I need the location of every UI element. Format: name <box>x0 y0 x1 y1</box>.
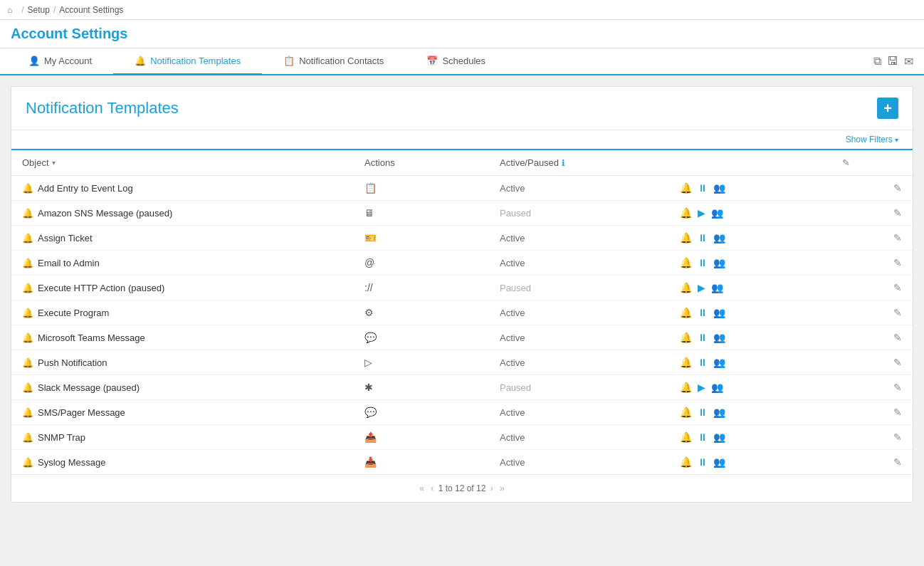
tab-my-account[interactable]: 👤 My Account <box>7 48 113 75</box>
edit-cell: ✎ <box>831 350 913 375</box>
notification-bell-icon[interactable]: 🔔 <box>680 332 692 343</box>
group-icon[interactable]: 👥 <box>713 431 725 443</box>
edit-icon[interactable]: ✎ <box>893 232 902 243</box>
edit-icon[interactable]: ✎ <box>893 456 902 468</box>
edit-icon[interactable]: ✎ <box>893 382 902 393</box>
pause-icon[interactable]: ⏸ <box>698 257 708 268</box>
object-name[interactable]: Email to Admin <box>38 258 100 268</box>
edit-icon[interactable]: ✎ <box>893 407 902 418</box>
pause-icon[interactable]: ⏸ <box>698 431 708 443</box>
play-icon[interactable]: ▶ <box>698 282 705 293</box>
pause-icon[interactable]: ⏸ <box>698 182 708 194</box>
group-icon[interactable]: 👥 <box>713 357 725 368</box>
group-icon[interactable]: 👥 <box>713 407 725 418</box>
add-button[interactable]: + <box>877 98 898 119</box>
group-icon[interactable]: 👥 <box>711 207 723 219</box>
object-name[interactable]: Execute Program <box>38 308 109 318</box>
pause-icon[interactable]: ⏸ <box>698 357 708 368</box>
prev-page-button[interactable]: ‹ <box>431 483 434 493</box>
pause-icon[interactable]: ⏸ <box>698 332 708 343</box>
notification-bell-icon[interactable]: 🔔 <box>680 307 692 318</box>
notification-bell-icon[interactable]: 🔔 <box>680 232 692 243</box>
object-name[interactable]: Amazon SNS Message (paused) <box>38 208 172 219</box>
th-edit[interactable]: ✎ <box>831 150 913 176</box>
top-breadcrumb-bar: ⌂ / Setup / Account Settings <box>0 0 924 20</box>
group-icon[interactable]: 👥 <box>713 232 725 243</box>
edit-icon[interactable]: ✎ <box>893 207 902 219</box>
notification-bell-icon[interactable]: 🔔 <box>680 182 692 194</box>
object-name[interactable]: Slack Message (paused) <box>38 382 140 393</box>
object-name[interactable]: Assign Ticket <box>38 233 93 243</box>
tab-notification-contacts[interactable]: 📋 Notification Contacts <box>262 48 405 75</box>
group-icon[interactable]: 👥 <box>713 257 725 268</box>
action-cell: ⚙ <box>354 300 489 325</box>
controls-cell: 🔔 ⏸ 👥 <box>669 251 831 276</box>
tab-schedules[interactable]: 📅 Schedules <box>405 48 507 75</box>
edit-icon[interactable]: ✎ <box>893 357 902 368</box>
edit-icon[interactable]: ✎ <box>893 182 902 194</box>
row-bell-icon: 🔔 <box>22 208 33 219</box>
status-badge: Active <box>500 357 525 368</box>
group-icon[interactable]: 👥 <box>713 332 725 343</box>
breadcrumb-separator-2: / <box>53 5 56 15</box>
notification-bell-icon[interactable]: 🔔 <box>680 282 692 293</box>
tab-notification-templates[interactable]: 🔔 Notification Templates <box>113 48 262 75</box>
notification-bell-icon[interactable]: 🔔 <box>680 257 692 268</box>
object-name[interactable]: Execute HTTP Action (paused) <box>38 283 164 293</box>
th-object[interactable]: Object ▾ <box>11 150 354 176</box>
notification-bell-icon[interactable]: 🔔 <box>680 382 692 393</box>
export-icon[interactable]: 🖫 <box>887 55 898 68</box>
group-icon[interactable]: 👥 <box>713 182 725 194</box>
breadcrumb-setup[interactable]: Setup <box>28 5 50 15</box>
pause-icon[interactable]: ⏸ <box>698 232 708 243</box>
notification-bell-icon[interactable]: 🔔 <box>680 431 692 443</box>
group-icon[interactable]: 👥 <box>713 456 725 468</box>
table-row: 🔔 SMS/Pager Message 💬 Active 🔔 ⏸ 👥 ✎ <box>11 400 913 425</box>
group-icon[interactable]: 👥 <box>711 282 723 293</box>
object-name[interactable]: SNMP Trap <box>38 432 85 443</box>
copy-icon[interactable]: ⧉ <box>873 55 881 68</box>
edit-icon[interactable]: ✎ <box>893 332 902 343</box>
object-name[interactable]: SMS/Pager Message <box>38 407 125 418</box>
object-name[interactable]: Syslog Message <box>38 457 105 468</box>
group-icon[interactable]: 👥 <box>711 382 723 393</box>
first-page-button[interactable]: « <box>419 483 424 493</box>
pause-icon[interactable]: ⏸ <box>698 407 708 418</box>
edit-icon[interactable]: ✎ <box>893 257 902 268</box>
edit-icon[interactable]: ✎ <box>893 431 902 443</box>
notification-bell-icon[interactable]: 🔔 <box>680 456 692 468</box>
pause-icon[interactable]: ⏸ <box>698 307 708 318</box>
last-page-button[interactable]: » <box>500 483 505 493</box>
status-badge: Active <box>500 308 525 318</box>
show-filters-bar[interactable]: Show Filters ▾ <box>11 130 913 150</box>
notification-bell-icon[interactable]: 🔔 <box>680 357 692 368</box>
action-cell: 📥 <box>354 450 489 475</box>
edit-all-icon[interactable]: ✎ <box>842 157 850 168</box>
home-icon[interactable]: ⌂ <box>7 5 12 15</box>
group-icon[interactable]: 👥 <box>713 307 725 318</box>
panel-header: Notification Templates + <box>11 87 913 130</box>
play-icon[interactable]: ▶ <box>698 207 705 219</box>
object-name[interactable]: Add Entry to Event Log <box>38 183 133 194</box>
play-icon[interactable]: ▶ <box>698 382 705 393</box>
pause-icon[interactable]: ⏸ <box>698 456 708 468</box>
edit-cell: ✎ <box>831 400 913 425</box>
email-icon[interactable]: ✉ <box>904 55 913 68</box>
action-cell: ▷ <box>354 350 489 375</box>
status-cell: Active <box>489 300 669 325</box>
action-type-icon: 📤 <box>364 431 377 443</box>
object-cell: 🔔 Slack Message (paused) <box>11 375 354 400</box>
next-page-button[interactable]: › <box>490 483 493 493</box>
show-filters-label: Show Filters <box>846 135 893 145</box>
app-title-bar: Account Settings <box>0 20 924 48</box>
controls-cell: 🔔 ⏸ 👥 <box>669 176 831 201</box>
status-cell: Active <box>489 176 669 201</box>
object-name[interactable]: Microsoft Teams Message <box>38 332 145 343</box>
edit-icon[interactable]: ✎ <box>893 282 902 293</box>
status-badge: Paused <box>500 283 531 293</box>
notification-bell-icon[interactable]: 🔔 <box>680 407 692 418</box>
notification-bell-icon[interactable]: 🔔 <box>680 207 692 219</box>
table-row: 🔔 Microsoft Teams Message 💬 Active 🔔 ⏸ 👥… <box>11 325 913 350</box>
edit-icon[interactable]: ✎ <box>893 307 902 318</box>
object-name[interactable]: Push Notification <box>38 357 107 368</box>
